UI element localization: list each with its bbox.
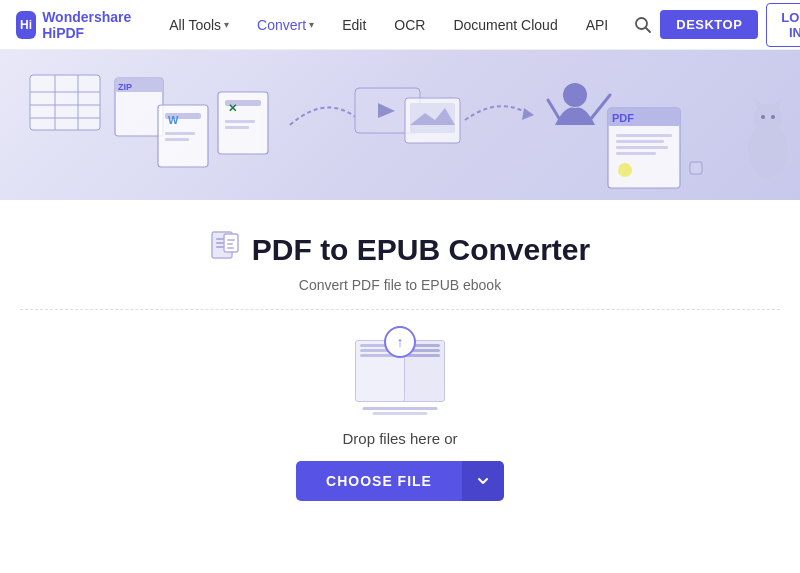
login-button[interactable]: LOG IN [766,3,800,47]
converter-icon [210,230,242,269]
nav-all-tools[interactable]: All Tools ▾ [159,11,239,39]
svg-rect-25 [410,103,455,133]
choose-file-dropdown-button[interactable] [462,461,504,501]
choose-file-group: CHOOSE FILE [296,461,504,501]
svg-text:PDF: PDF [612,112,634,124]
svg-rect-14 [165,132,195,135]
drop-files-text: Drop files here or [342,430,457,447]
nav-api[interactable]: API [576,11,619,39]
svg-rect-12 [165,113,201,119]
svg-text:💡: 💡 [619,163,633,177]
svg-text:ZIP: ZIP [118,82,132,92]
hero-banner: ZIP W ✕ [0,50,800,200]
choose-file-button[interactable]: CHOOSE FILE [296,461,462,501]
doc-base [363,407,438,410]
chevron-down-icon: ▾ [224,19,229,30]
svg-rect-9 [115,78,163,92]
svg-rect-17 [225,100,261,106]
page-title: PDF to EPUB Converter [252,233,590,267]
converter-subtitle: Convert PDF file to EPUB ebook [299,277,501,293]
svg-rect-11 [158,105,208,167]
chevron-down-icon: ▾ [309,19,314,30]
svg-point-39 [761,115,765,119]
svg-text:W: W [168,114,179,126]
nav-ocr[interactable]: OCR [384,11,435,39]
logo-area[interactable]: Hi Wondershare HiPDF [16,9,139,41]
chevron-down-icon [476,474,490,488]
svg-rect-31 [616,134,672,137]
svg-marker-26 [522,108,534,120]
svg-rect-20 [225,126,249,129]
svg-rect-15 [165,138,189,141]
svg-marker-21 [356,118,368,130]
svg-text:⚙: ⚙ [692,163,701,174]
svg-rect-16 [218,92,268,154]
svg-rect-50 [227,247,234,249]
upload-graphic: ↑ [355,330,445,410]
upload-area[interactable]: ↑ Drop files here or CHOOSE FILE [20,310,780,531]
svg-point-38 [754,104,782,132]
svg-rect-8 [115,78,163,136]
converter-title-area: PDF to EPUB Converter [210,230,590,269]
nav-edit[interactable]: Edit [332,11,376,39]
search-icon[interactable] [634,9,652,41]
svg-rect-19 [225,120,255,123]
nav-convert[interactable]: Convert ▾ [247,11,324,39]
svg-rect-24 [405,98,460,143]
svg-rect-22 [355,88,420,133]
svg-rect-28 [608,108,680,188]
hero-illustration: ZIP W ✕ [0,50,800,200]
logo-icon: Hi [16,11,36,39]
svg-line-1 [646,27,651,32]
svg-point-35 [618,163,632,177]
upload-icon-container: ↑ [355,330,445,410]
nav-document-cloud[interactable]: Document Cloud [443,11,567,39]
svg-rect-49 [227,243,233,245]
svg-point-37 [748,122,788,178]
brand-name: Wondershare HiPDF [42,9,139,41]
svg-marker-23 [378,103,395,118]
upload-arrow-icon: ↑ [384,326,416,358]
svg-rect-33 [616,146,668,149]
svg-rect-48 [227,239,235,241]
svg-rect-32 [616,140,664,143]
svg-point-40 [771,115,775,119]
svg-rect-29 [608,108,680,126]
svg-rect-2 [30,75,100,130]
svg-rect-34 [616,152,656,155]
svg-rect-41 [690,162,702,174]
converter-section: PDF to EPUB Converter Convert PDF file t… [0,200,800,551]
svg-text:✕: ✕ [228,102,237,114]
svg-point-27 [563,83,587,107]
desktop-button[interactable]: DESKTOP [660,10,758,39]
navbar: Hi Wondershare HiPDF All Tools ▾ Convert… [0,0,800,50]
